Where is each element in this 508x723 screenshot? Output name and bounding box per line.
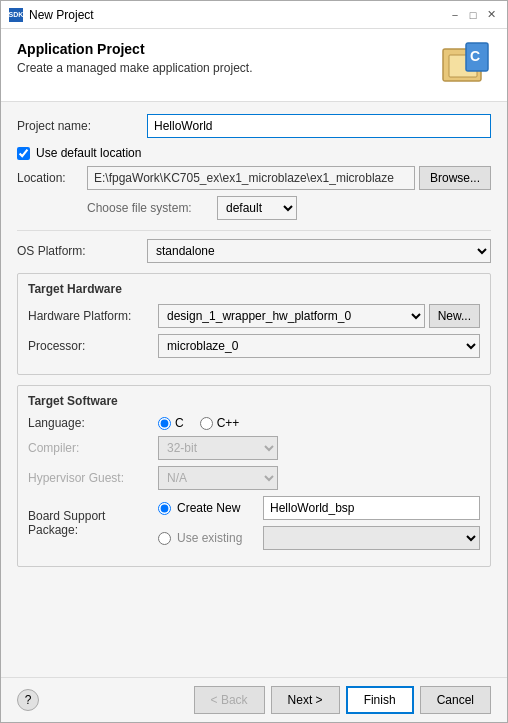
header-icon: C	[441, 41, 491, 91]
hypervisor-row: Hypervisor Guest: N/A	[28, 466, 480, 490]
use-default-location-label: Use default location	[36, 146, 141, 160]
bsp-label: Board Support Package:	[28, 509, 158, 537]
language-radio-group: C C++	[158, 416, 239, 430]
bsp-row: Board Support Package: Create New Use ex…	[28, 496, 480, 550]
use-default-location-checkbox[interactable]	[17, 147, 30, 160]
target-hardware-title: Target Hardware	[28, 282, 480, 296]
os-platform-select[interactable]: standalone linux freertos	[147, 239, 491, 263]
page-subtitle: Create a managed make application projec…	[17, 61, 252, 75]
use-default-location-row: Use default location	[17, 146, 491, 160]
cancel-button[interactable]: Cancel	[420, 686, 491, 714]
footer-left: ?	[17, 689, 39, 711]
compiler-row: Compiler: 32-bit	[28, 436, 480, 460]
bsp-existing-select[interactable]	[263, 526, 480, 550]
os-platform-control: standalone linux freertos	[147, 239, 491, 263]
close-button[interactable]: ✕	[483, 7, 499, 23]
language-cpp-radio[interactable]	[200, 417, 213, 430]
header-text: Application Project Create a managed mak…	[17, 41, 252, 75]
language-row: Language: C C++	[28, 416, 480, 430]
bsp-create-new-radio[interactable]	[158, 502, 171, 515]
target-hardware-group: Target Hardware Hardware Platform: desig…	[17, 273, 491, 375]
target-software-title: Target Software	[28, 394, 480, 408]
help-button[interactable]: ?	[17, 689, 39, 711]
svg-text:C: C	[470, 48, 480, 64]
bsp-use-existing-row: Use existing	[158, 526, 480, 550]
hardware-platform-row: Hardware Platform: design_1_wrapper_hw_p…	[28, 304, 480, 328]
project-icon-svg: C	[441, 41, 491, 91]
target-software-group: Target Software Language: C C++ Com	[17, 385, 491, 567]
next-button[interactable]: Next >	[271, 686, 340, 714]
project-name-input[interactable]	[147, 114, 491, 138]
filesystem-label: Choose file system:	[17, 201, 217, 215]
footer-right: < Back Next > Finish Cancel	[194, 686, 491, 714]
back-button[interactable]: < Back	[194, 686, 265, 714]
processor-label: Processor:	[28, 339, 158, 353]
dialog-footer: ? < Back Next > Finish Cancel	[1, 677, 507, 722]
minimize-button[interactable]: −	[447, 7, 463, 23]
hardware-platform-select[interactable]: design_1_wrapper_hw_platform_0	[158, 304, 425, 328]
bsp-use-existing-radio[interactable]	[158, 532, 171, 545]
dialog-header: Application Project Create a managed mak…	[1, 29, 507, 102]
location-label: Location:	[17, 171, 87, 185]
compiler-label: Compiler:	[28, 441, 158, 455]
processor-row: Processor: microblaze_0	[28, 334, 480, 358]
browse-button[interactable]: Browse...	[419, 166, 491, 190]
language-c-option[interactable]: C	[158, 416, 184, 430]
app-icon: SDK	[9, 8, 23, 22]
hypervisor-select[interactable]: N/A	[158, 466, 278, 490]
finish-button[interactable]: Finish	[346, 686, 414, 714]
maximize-button[interactable]: □	[465, 7, 481, 23]
page-title: Application Project	[17, 41, 252, 57]
filesystem-row: Choose file system: default	[17, 196, 491, 220]
language-label: Language:	[28, 416, 158, 430]
location-row: Location: Browse...	[17, 166, 491, 190]
os-platform-label: OS Platform:	[17, 244, 147, 258]
language-cpp-option[interactable]: C++	[200, 416, 240, 430]
bsp-use-existing-label: Use existing	[177, 531, 257, 545]
dialog-title: New Project	[29, 8, 441, 22]
processor-select[interactable]: microblaze_0	[158, 334, 480, 358]
bsp-name-input[interactable]	[263, 496, 480, 520]
form-section: Project name: Use default location Locat…	[1, 102, 507, 677]
new-project-dialog: SDK New Project − □ ✕ Application Projec…	[0, 0, 508, 723]
language-c-radio[interactable]	[158, 417, 171, 430]
hardware-platform-label: Hardware Platform:	[28, 309, 158, 323]
title-bar: SDK New Project − □ ✕	[1, 1, 507, 29]
bsp-create-new-row: Create New	[158, 496, 480, 520]
divider-1	[17, 230, 491, 231]
bsp-options: Create New Use existing	[158, 496, 480, 550]
filesystem-select[interactable]: default	[217, 196, 297, 220]
hypervisor-label: Hypervisor Guest:	[28, 471, 158, 485]
compiler-select[interactable]: 32-bit	[158, 436, 278, 460]
new-hardware-button[interactable]: New...	[429, 304, 480, 328]
os-platform-row: OS Platform: standalone linux freertos	[17, 239, 491, 263]
window-controls: − □ ✕	[447, 7, 499, 23]
location-input[interactable]	[87, 166, 415, 190]
project-name-row: Project name:	[17, 114, 491, 138]
bsp-create-new-label: Create New	[177, 501, 257, 515]
project-name-label: Project name:	[17, 119, 147, 133]
project-name-control	[147, 114, 491, 138]
